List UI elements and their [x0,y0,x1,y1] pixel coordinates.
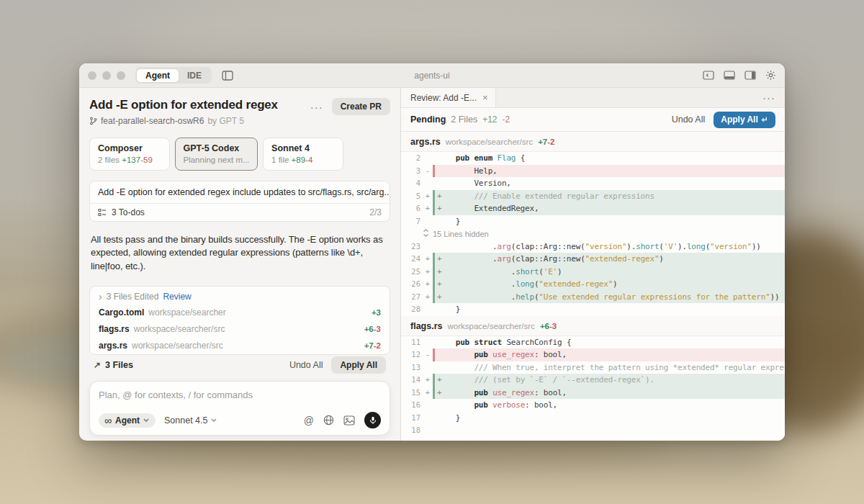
line-body: .arg(clap::Arg::new("version").short('V'… [433,240,785,253]
tabstrip-more-icon[interactable]: ··· [753,88,785,107]
line-body: } [433,303,785,316]
agent-files-count: 2 files [98,156,122,164]
review-link[interactable]: Review [163,292,191,302]
right-panel-icon[interactable] [744,71,756,80]
mention-icon[interactable]: @ [304,415,314,426]
undo-all-button[interactable]: Undo All [289,360,323,370]
line-number: 14 [401,374,423,387]
review-tabstrip: Review: Add -E... × ··· [401,88,785,108]
line-body: + pub use_regex: bool, [433,387,785,400]
agent-card-status: 2 files +137-59 [98,156,161,164]
settings-gear-icon[interactable] [765,70,776,81]
image-attach-icon[interactable] [343,415,355,426]
code-token [437,363,474,372]
agent-card[interactable]: Sonnet 41 file +89-4 [263,138,343,171]
line-body: + .arg(clap::Arg::new("extended-regex") [433,253,785,266]
code-token: ). [678,242,687,251]
close-window-button[interactable] [88,71,96,80]
review-tab-title: Review: Add -E... [410,93,477,103]
create-pr-button[interactable]: Create PR [332,98,390,115]
file-row[interactable]: Cargo.tomlworkspace/searcher+3 [90,305,390,321]
code-token [441,388,474,397]
diff-line: 12- pub use_regex: bool, [401,348,785,361]
agent-summary-text: All tests pass and the binary builds suc… [91,233,389,273]
code-token: enum [474,153,492,163]
review-apply-all-button[interactable]: Apply All ↵ [714,112,775,128]
code-token: "version" [710,242,752,251]
line-change-sign [423,215,433,228]
diff-line: 23 .arg(clap::Arg::new("version").short(… [401,240,785,253]
line-code: } [435,412,785,425]
code-token: 'V' [664,242,678,251]
diff-removed: -2 [547,138,554,146]
voice-mic-button[interactable] [364,412,381,428]
agent-card[interactable]: GPT-5 CodexPlanning next m... [175,138,258,171]
code-token: ) [557,267,562,276]
agent-card-name: GPT-5 Codex [184,143,250,153]
file-row[interactable]: flags.rsworkspace/searcher/src+6-3 [90,321,390,338]
diff-line: 16 pub verbose: bool, [401,399,785,412]
diff-line: 2 pub enum Flag { [401,152,785,165]
diff-file-header[interactable]: args.rsworkspace/searcher/src+7-2 [401,132,785,152]
line-change-sign: + [423,374,433,387]
header-actions: ··· Create PR [310,98,390,115]
apply-row: ↗ 3 Files Undo All Apply All [89,355,390,381]
line-change-sign: - [423,165,433,178]
code-token: } [437,305,460,314]
agent-card[interactable]: Composer2 files +137-59 [89,138,170,171]
hidden-lines-toggle[interactable]: 15 Lines hidden [401,228,785,240]
line-body: pub use_regex: bool, [433,348,785,361]
line-number: 12 [401,348,423,361]
code-token [441,192,474,201]
code-token [441,375,474,384]
collapse-left-panel-icon[interactable] [703,71,714,80]
branch-name[interactable]: feat-parallel-search-oswR6 [101,116,204,126]
composer-controls: ∞ Agent Sonnet 4.5 @ [99,412,381,428]
code-token: . [441,267,516,276]
files-summary-label: 3 Files [105,360,133,370]
line-body: pub enum Flag { [433,152,785,165]
line-number: 26 [401,278,423,291]
apply-all-button[interactable]: Apply All [331,356,386,374]
file-row[interactable]: args.rsworkspace/searcher/src+7-2 [90,338,390,354]
line-body: pub verbose: bool, [433,399,785,412]
more-options-icon[interactable]: ··· [310,102,323,112]
zoom-window-button[interactable] [117,71,125,80]
code-token: )) [770,292,779,302]
minimize-window-button[interactable] [102,71,111,80]
tab-agent[interactable]: Agent [137,69,179,82]
infinity-icon: ∞ [104,415,112,426]
line-number: 25 [401,266,423,279]
diff-file-header[interactable]: flags.rsworkspace/searcher/src+6-3 [401,316,785,336]
sidebar-toggle-icon[interactable] [222,71,233,81]
diff-removed: -3 [549,322,557,330]
close-tab-icon[interactable]: × [482,92,488,103]
code-token: arg [498,242,511,251]
review-undo-all-button[interactable]: Undo All [672,114,706,125]
files-edited-card: › 3 Files Edited Review Cargo.tomlworksp… [89,286,390,355]
code-token: verbose [492,400,525,410]
code-token: } [437,413,460,423]
files-summary-toggle[interactable]: ↗ 3 Files [94,360,133,370]
model-dropdown[interactable]: Sonnet 4.5 [164,415,217,426]
code-token: "Use extended regular expressions for th… [539,292,770,302]
prompt-input[interactable]: Plan, @ for contexts, / for commands [99,390,381,400]
line-code: + /// Enable extended regular expression… [435,190,785,203]
line-number: 18 [401,424,423,437]
code-token: /// When true, interpret the pattern usi… [474,363,785,372]
code-token: pub [474,400,487,410]
web-globe-icon[interactable] [323,415,334,426]
apply-all-label: Apply All [721,114,758,125]
code-token: ). [626,242,636,251]
line-body: + .help("Use extended regular expression… [433,291,785,304]
tab-ide[interactable]: IDE [179,69,210,82]
files-edited-header[interactable]: › 3 Files Edited Review [90,287,390,305]
agent-mode-dropdown[interactable]: ∞ Agent [99,413,156,428]
agent-card-status: Planning next m... [184,156,250,164]
todo-card[interactable]: Add -E option for extended regex include… [89,181,390,222]
line-change-sign [423,361,433,374]
code-token: short [516,267,539,276]
bottom-panel-icon[interactable] [724,71,735,80]
review-tab[interactable]: Review: Add -E... × [401,88,496,107]
mode-switcher: Agent IDE [135,67,212,84]
